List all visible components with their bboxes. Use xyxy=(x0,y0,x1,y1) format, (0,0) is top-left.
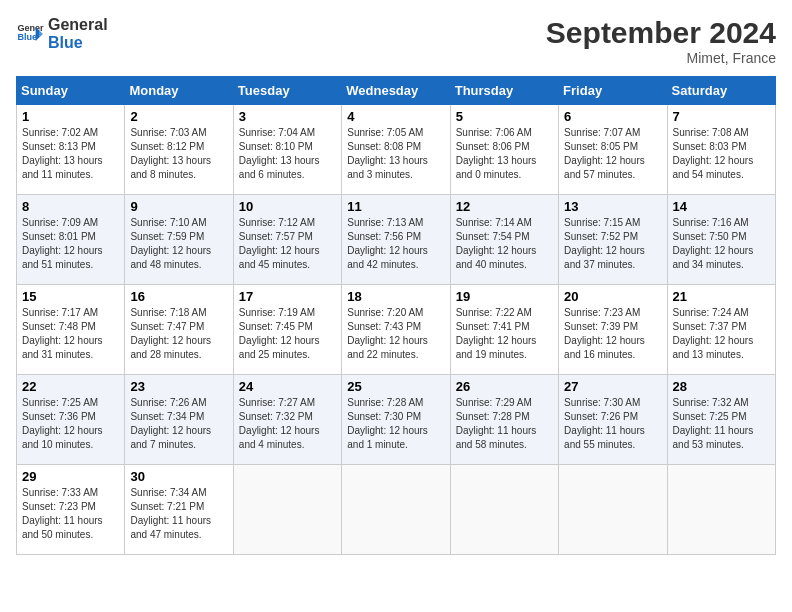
day-cell-17: 17 Sunrise: 7:19 AM Sunset: 7:45 PM Dayl… xyxy=(233,285,341,375)
empty-cell xyxy=(667,465,775,555)
day-number: 18 xyxy=(347,289,444,304)
day-cell-30: 30 Sunrise: 7:34 AM Sunset: 7:21 PM Dayl… xyxy=(125,465,233,555)
col-header-sunday: Sunday xyxy=(17,77,125,105)
day-info: Sunrise: 7:25 AM Sunset: 7:36 PM Dayligh… xyxy=(22,396,119,452)
day-info: Sunrise: 7:32 AM Sunset: 7:25 PM Dayligh… xyxy=(673,396,770,452)
day-info: Sunrise: 7:09 AM Sunset: 8:01 PM Dayligh… xyxy=(22,216,119,272)
col-header-wednesday: Wednesday xyxy=(342,77,450,105)
month-title: September 2024 xyxy=(546,16,776,50)
empty-cell xyxy=(559,465,667,555)
logo-line2: Blue xyxy=(48,34,108,52)
day-info: Sunrise: 7:26 AM Sunset: 7:34 PM Dayligh… xyxy=(130,396,227,452)
col-header-saturday: Saturday xyxy=(667,77,775,105)
day-number: 29 xyxy=(22,469,119,484)
day-cell-16: 16 Sunrise: 7:18 AM Sunset: 7:47 PM Dayl… xyxy=(125,285,233,375)
title-block: September 2024 Mimet, France xyxy=(546,16,776,66)
col-header-thursday: Thursday xyxy=(450,77,558,105)
day-info: Sunrise: 7:16 AM Sunset: 7:50 PM Dayligh… xyxy=(673,216,770,272)
day-number: 11 xyxy=(347,199,444,214)
day-number: 22 xyxy=(22,379,119,394)
day-cell-14: 14 Sunrise: 7:16 AM Sunset: 7:50 PM Dayl… xyxy=(667,195,775,285)
day-cell-3: 3 Sunrise: 7:04 AM Sunset: 8:10 PM Dayli… xyxy=(233,105,341,195)
day-number: 24 xyxy=(239,379,336,394)
empty-cell xyxy=(450,465,558,555)
calendar-week-row: 15 Sunrise: 7:17 AM Sunset: 7:48 PM Dayl… xyxy=(17,285,776,375)
day-cell-23: 23 Sunrise: 7:26 AM Sunset: 7:34 PM Dayl… xyxy=(125,375,233,465)
day-cell-9: 9 Sunrise: 7:10 AM Sunset: 7:59 PM Dayli… xyxy=(125,195,233,285)
day-number: 12 xyxy=(456,199,553,214)
day-cell-29: 29 Sunrise: 7:33 AM Sunset: 7:23 PM Dayl… xyxy=(17,465,125,555)
day-number: 8 xyxy=(22,199,119,214)
day-cell-5: 5 Sunrise: 7:06 AM Sunset: 8:06 PM Dayli… xyxy=(450,105,558,195)
calendar-week-row: 29 Sunrise: 7:33 AM Sunset: 7:23 PM Dayl… xyxy=(17,465,776,555)
day-info: Sunrise: 7:33 AM Sunset: 7:23 PM Dayligh… xyxy=(22,486,119,542)
day-number: 25 xyxy=(347,379,444,394)
day-cell-13: 13 Sunrise: 7:15 AM Sunset: 7:52 PM Dayl… xyxy=(559,195,667,285)
day-number: 14 xyxy=(673,199,770,214)
calendar-table: SundayMondayTuesdayWednesdayThursdayFrid… xyxy=(16,76,776,555)
day-cell-11: 11 Sunrise: 7:13 AM Sunset: 7:56 PM Dayl… xyxy=(342,195,450,285)
day-number: 1 xyxy=(22,109,119,124)
day-number: 4 xyxy=(347,109,444,124)
day-number: 6 xyxy=(564,109,661,124)
day-info: Sunrise: 7:04 AM Sunset: 8:10 PM Dayligh… xyxy=(239,126,336,182)
day-info: Sunrise: 7:12 AM Sunset: 7:57 PM Dayligh… xyxy=(239,216,336,272)
logo: General Blue General Blue xyxy=(16,16,108,52)
day-info: Sunrise: 7:23 AM Sunset: 7:39 PM Dayligh… xyxy=(564,306,661,362)
day-cell-21: 21 Sunrise: 7:24 AM Sunset: 7:37 PM Dayl… xyxy=(667,285,775,375)
col-header-tuesday: Tuesday xyxy=(233,77,341,105)
day-info: Sunrise: 7:27 AM Sunset: 7:32 PM Dayligh… xyxy=(239,396,336,452)
day-cell-22: 22 Sunrise: 7:25 AM Sunset: 7:36 PM Dayl… xyxy=(17,375,125,465)
location: Mimet, France xyxy=(546,50,776,66)
day-info: Sunrise: 7:20 AM Sunset: 7:43 PM Dayligh… xyxy=(347,306,444,362)
day-number: 27 xyxy=(564,379,661,394)
day-info: Sunrise: 7:30 AM Sunset: 7:26 PM Dayligh… xyxy=(564,396,661,452)
day-cell-1: 1 Sunrise: 7:02 AM Sunset: 8:13 PM Dayli… xyxy=(17,105,125,195)
day-info: Sunrise: 7:28 AM Sunset: 7:30 PM Dayligh… xyxy=(347,396,444,452)
day-cell-7: 7 Sunrise: 7:08 AM Sunset: 8:03 PM Dayli… xyxy=(667,105,775,195)
day-cell-28: 28 Sunrise: 7:32 AM Sunset: 7:25 PM Dayl… xyxy=(667,375,775,465)
calendar-week-row: 1 Sunrise: 7:02 AM Sunset: 8:13 PM Dayli… xyxy=(17,105,776,195)
day-cell-15: 15 Sunrise: 7:17 AM Sunset: 7:48 PM Dayl… xyxy=(17,285,125,375)
day-info: Sunrise: 7:19 AM Sunset: 7:45 PM Dayligh… xyxy=(239,306,336,362)
day-info: Sunrise: 7:22 AM Sunset: 7:41 PM Dayligh… xyxy=(456,306,553,362)
day-cell-10: 10 Sunrise: 7:12 AM Sunset: 7:57 PM Dayl… xyxy=(233,195,341,285)
logo-line1: General xyxy=(48,16,108,34)
day-number: 23 xyxy=(130,379,227,394)
empty-cell xyxy=(342,465,450,555)
day-info: Sunrise: 7:14 AM Sunset: 7:54 PM Dayligh… xyxy=(456,216,553,272)
day-info: Sunrise: 7:05 AM Sunset: 8:08 PM Dayligh… xyxy=(347,126,444,182)
day-number: 9 xyxy=(130,199,227,214)
day-cell-8: 8 Sunrise: 7:09 AM Sunset: 8:01 PM Dayli… xyxy=(17,195,125,285)
day-info: Sunrise: 7:18 AM Sunset: 7:47 PM Dayligh… xyxy=(130,306,227,362)
page-header: General Blue General Blue September 2024… xyxy=(16,16,776,66)
day-number: 21 xyxy=(673,289,770,304)
svg-text:Blue: Blue xyxy=(17,32,37,42)
day-cell-26: 26 Sunrise: 7:29 AM Sunset: 7:28 PM Dayl… xyxy=(450,375,558,465)
empty-cell xyxy=(233,465,341,555)
day-number: 15 xyxy=(22,289,119,304)
day-cell-2: 2 Sunrise: 7:03 AM Sunset: 8:12 PM Dayli… xyxy=(125,105,233,195)
day-info: Sunrise: 7:17 AM Sunset: 7:48 PM Dayligh… xyxy=(22,306,119,362)
day-cell-24: 24 Sunrise: 7:27 AM Sunset: 7:32 PM Dayl… xyxy=(233,375,341,465)
day-number: 10 xyxy=(239,199,336,214)
day-cell-19: 19 Sunrise: 7:22 AM Sunset: 7:41 PM Dayl… xyxy=(450,285,558,375)
day-cell-4: 4 Sunrise: 7:05 AM Sunset: 8:08 PM Dayli… xyxy=(342,105,450,195)
day-info: Sunrise: 7:06 AM Sunset: 8:06 PM Dayligh… xyxy=(456,126,553,182)
day-info: Sunrise: 7:15 AM Sunset: 7:52 PM Dayligh… xyxy=(564,216,661,272)
col-header-friday: Friday xyxy=(559,77,667,105)
day-info: Sunrise: 7:34 AM Sunset: 7:21 PM Dayligh… xyxy=(130,486,227,542)
day-cell-6: 6 Sunrise: 7:07 AM Sunset: 8:05 PM Dayli… xyxy=(559,105,667,195)
day-number: 17 xyxy=(239,289,336,304)
day-cell-12: 12 Sunrise: 7:14 AM Sunset: 7:54 PM Dayl… xyxy=(450,195,558,285)
day-number: 5 xyxy=(456,109,553,124)
day-cell-18: 18 Sunrise: 7:20 AM Sunset: 7:43 PM Dayl… xyxy=(342,285,450,375)
day-number: 2 xyxy=(130,109,227,124)
calendar-header-row: SundayMondayTuesdayWednesdayThursdayFrid… xyxy=(17,77,776,105)
day-number: 16 xyxy=(130,289,227,304)
day-info: Sunrise: 7:02 AM Sunset: 8:13 PM Dayligh… xyxy=(22,126,119,182)
day-cell-25: 25 Sunrise: 7:28 AM Sunset: 7:30 PM Dayl… xyxy=(342,375,450,465)
day-cell-20: 20 Sunrise: 7:23 AM Sunset: 7:39 PM Dayl… xyxy=(559,285,667,375)
day-number: 26 xyxy=(456,379,553,394)
day-number: 28 xyxy=(673,379,770,394)
